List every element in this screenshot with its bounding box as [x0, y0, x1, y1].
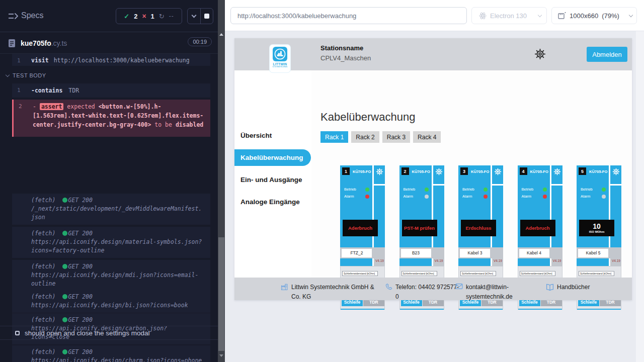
spec-file-name: kue705fo.cy.ts [21, 39, 67, 47]
tab-rack-1[interactable]: Rack 1 [320, 131, 348, 143]
network-log-row[interactable]: (fetch)GET 200 /_next/static/development… [12, 194, 210, 225]
command-visit[interactable]: 1 visithttp://localhost:3000/kabelueberw… [12, 54, 210, 66]
ruler-icon [558, 12, 566, 19]
device-settings-gear-icon[interactable] [553, 168, 561, 175]
browser-toolbar: http://localhost:3000/kabelueberwachung … [225, 0, 644, 31]
device-settings-gear-icon[interactable] [435, 168, 443, 175]
logo-icon [273, 47, 287, 61]
betrieb-indicator: Betrieb [462, 187, 488, 192]
scrollbar-thumb[interactable] [218, 237, 224, 351]
firmware-version: V4.19 [494, 259, 502, 262]
device-model: KÜ705-FO [412, 169, 430, 174]
zoom-level: (79%) [602, 12, 619, 20]
command-contains[interactable]: 1 -containsTDR [12, 83, 210, 98]
sidebar-item-ein-und-ausgaenge[interactable]: Ein- und Ausgänge [240, 176, 302, 184]
stop-icon [204, 14, 209, 19]
slot-number: 3 [460, 167, 468, 175]
alarm-indicator: Alarm [462, 194, 488, 199]
footer-manuals[interactable]: Handbücher [546, 283, 590, 292]
slot-number: 2 [401, 167, 409, 175]
network-log-row[interactable]: (fetch)GET 200 https://api.iconify.desig… [12, 345, 210, 362]
spec-file-row[interactable]: kue705fo.cy.ts 00:19 [0, 33, 218, 54]
request-url: https://api.iconify.design/material-symb… [31, 238, 202, 255]
firmware-version: V4.19 [435, 259, 443, 262]
network-log-row[interactable]: (fetch)GET 200 https://api.iconify.desig… [12, 227, 210, 258]
betrieb-indicator: Betrieb [522, 187, 547, 192]
slot-number: 5 [579, 167, 586, 175]
passed-count: 2 [134, 13, 137, 20]
chevron-down-icon [191, 13, 196, 18]
footer-email: kontakt@littwin-systemtechnik.de [455, 283, 526, 302]
app-footer: Littwin Systemtechnik GmbH & Co. KG Tele… [234, 278, 632, 300]
betrieb-indicator: Betrieb [404, 187, 429, 192]
chevron-down-icon [6, 72, 10, 76]
device-model: KÜ705-FO [353, 169, 371, 174]
cable-name: B23 [401, 249, 431, 257]
stop-button[interactable] [200, 9, 213, 24]
firmware-version: V4.19 [553, 259, 561, 262]
alarm-led [602, 195, 606, 199]
chevron-down-icon [629, 13, 633, 17]
assert-chip: assert [40, 103, 64, 110]
resistance-label: Schleifenwiderstand [kOhm] [579, 271, 614, 276]
station-label: Stationsname [320, 44, 363, 52]
device-model: KÜ705-FO [530, 169, 548, 174]
device-settings-gear-icon[interactable] [376, 168, 383, 175]
tab-rack-3[interactable]: Rack 3 [382, 131, 410, 143]
footer-company: Littwin Systemtechnik GmbH & Co. KG [281, 283, 383, 302]
network-log-row[interactable]: (fetch)GET 200 https://api.iconify.desig… [12, 260, 210, 291]
runner-controls [187, 8, 213, 24]
browser-select[interactable]: Electron 130 [471, 7, 547, 24]
test-stats: ✓ 2 × 1 ↻ -- [116, 8, 182, 24]
device-settings-gear-icon[interactable] [494, 168, 502, 175]
book-icon [546, 283, 554, 291]
settings-gear-icon[interactable] [534, 48, 546, 60]
scroll-down-arrow[interactable] [219, 354, 223, 357]
url-input[interactable]: http://localhost:3000/kabelueberwachung [230, 7, 467, 24]
viewport-size-select[interactable]: 1000x660 (79%) [551, 7, 637, 24]
cable-name: Kabel 4 [519, 249, 549, 257]
tab-rack-4[interactable]: Rack 4 [413, 131, 441, 143]
spec-duration-badge: 00:19 [188, 37, 212, 46]
logout-button[interactable]: Abmelden [587, 47, 627, 62]
request-url: https://api.iconify.design/bi.json?icons… [31, 301, 202, 310]
app-header: LITTWIN SYSTEMTECHNIK Stationsname CPLV4… [234, 38, 632, 70]
reporter-scrollbar[interactable] [218, 0, 225, 362]
device-settings-gear-icon[interactable] [612, 168, 620, 175]
page-title: Kabelüberwachung [320, 111, 415, 124]
alarm-indicator: Alarm [344, 194, 369, 199]
device-model: KÜ705-FO [589, 169, 607, 174]
station-name: CPLV4_Maschen [320, 54, 371, 62]
tab-rack-2[interactable]: Rack 2 [351, 131, 379, 143]
alarm-indicator: Alarm [404, 194, 429, 199]
specs-menu-icon[interactable] [8, 12, 19, 20]
status-display: PST-M prüfen [402, 220, 437, 236]
spec-file-icon [8, 39, 16, 48]
panel-title: Specs [21, 11, 43, 20]
collapse-button[interactable] [188, 9, 200, 24]
littwin-logo: LITTWIN SYSTEMTECHNIK [270, 45, 290, 72]
status-display: Erdschluss [461, 220, 496, 236]
page-scroll-gutter[interactable] [636, 31, 644, 362]
test-body-section[interactable]: TEST BODY [6, 72, 46, 78]
sidebar-item-kabelueberwachung[interactable]: Kabelüberwachung [234, 149, 311, 166]
status-display: Aderbruch [343, 220, 378, 236]
slot-number: 1 [342, 167, 350, 175]
alarm-led [365, 195, 369, 199]
network-log-row[interactable]: (fetch)GET 200 https://api.iconify.desig… [12, 290, 210, 313]
sidebar-item-analoge-eingaenge[interactable]: Analoge Eingänge [240, 198, 300, 206]
pending-test-row[interactable]: should open and close the settings modal [0, 326, 218, 340]
command-assert-failed[interactable]: 2 - assert expected <button.w-[50%].h-[1… [12, 100, 210, 137]
alarm-led [543, 195, 547, 199]
scroll-up-arrow[interactable] [219, 33, 223, 36]
request-url: https://api.iconify.design/charm.json?ic… [31, 356, 202, 362]
email-icon [455, 283, 463, 290]
sidebar-item-uebersicht[interactable]: Übersicht [240, 132, 272, 139]
pending-count: -- [169, 13, 174, 20]
reporter-header: Specs ✓ 2 × 1 ↻ -- [0, 0, 218, 32]
alarm-led [484, 195, 488, 199]
alarm-led [425, 195, 429, 199]
failed-count: 1 [151, 13, 154, 20]
status-ok-dot [62, 198, 67, 203]
alarm-indicator: Alarm [522, 194, 547, 199]
